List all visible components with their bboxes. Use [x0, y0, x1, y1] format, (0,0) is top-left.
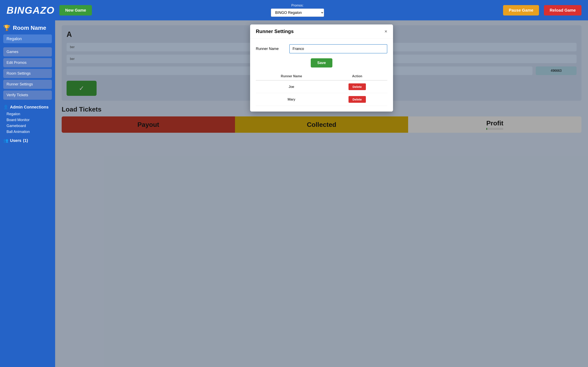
admin-link-board-monitor[interactable]: Board Monitor — [7, 118, 52, 122]
users-header: 👥 Users (1) — [3, 138, 52, 143]
delete-button[interactable]: Delete — [348, 96, 366, 103]
users-count: (1) — [23, 138, 28, 143]
runner-name-cell: Mary — [256, 93, 327, 106]
users-section: 👥 Users (1) — [3, 138, 52, 143]
pause-game-button[interactable]: Pause Game — [503, 5, 539, 16]
trophy-icon: 🏆 — [3, 25, 10, 31]
runner-table: Runner Name Action Joe Delete Mary Delet… — [256, 72, 387, 106]
modal-close-button[interactable]: × — [384, 29, 387, 34]
runner-name-label: Runner Name — [256, 47, 285, 51]
promos-select[interactable]: BINGO Regalon — [271, 8, 324, 17]
reload-game-button[interactable]: Reload Game — [544, 5, 581, 16]
delete-button[interactable]: Delete — [348, 83, 366, 90]
verify-tickets-button[interactable]: Verify Tickets — [3, 91, 52, 100]
admin-link-regalon[interactable]: Regalon — [7, 112, 52, 116]
modal-overlay: Runner Settings × Runner Name Save Runne… — [55, 20, 588, 367]
admin-connections-label: Admin Connections — [10, 105, 49, 109]
users-label: Users — [10, 138, 21, 143]
edit-promos-button[interactable]: Edit Promos — [3, 58, 52, 67]
room-settings-button[interactable]: Room Settings — [3, 69, 52, 78]
table-row: Joe Delete — [256, 80, 387, 93]
runner-name-cell: Joe — [256, 80, 327, 93]
person-icon: 👤 — [3, 105, 8, 109]
admin-link-ball-animation[interactable]: Ball Animation — [7, 130, 52, 134]
admin-links: Regalon Board Monitor Gameboard Ball Ani… — [3, 112, 52, 134]
new-game-button[interactable]: New Game — [60, 5, 92, 16]
admin-connections-header: 👤 Admin Connections — [3, 105, 52, 109]
promos-label: Promos: — [291, 4, 303, 7]
modal-title: Runner Settings — [256, 29, 294, 34]
app-logo: BINGAZO — [7, 5, 54, 16]
games-button[interactable]: Games — [3, 47, 52, 57]
runner-name-input[interactable] — [289, 44, 387, 53]
save-button[interactable]: Save — [311, 58, 332, 67]
room-tag: Regalon — [3, 34, 52, 43]
col-runner-name: Runner Name — [256, 72, 327, 80]
users-icon: 👥 — [3, 138, 8, 143]
runner-action-cell: Delete — [327, 80, 387, 93]
content-area: A ber ber 496663 ✓ — [55, 20, 588, 367]
col-action: Action — [327, 72, 387, 80]
modal-header: Runner Settings × — [250, 25, 393, 39]
runner-settings-button[interactable]: Runner Settings — [3, 80, 52, 89]
promos-section: Promos: BINGO Regalon — [97, 4, 498, 17]
runner-action-cell: Delete — [327, 93, 387, 106]
main-layout: 🏆 Room Name Regalon Games Edit Promos Ro… — [0, 20, 588, 367]
top-nav: BINGAZO New Game Promos: BINGO Regalon P… — [0, 0, 588, 20]
admin-connections-section: 👤 Admin Connections Regalon Board Monito… — [3, 105, 52, 134]
runner-settings-modal: Runner Settings × Runner Name Save Runne… — [250, 25, 393, 111]
modal-body: Runner Name Save Runner Name Action — [250, 39, 393, 111]
runner-name-form-row: Runner Name — [256, 44, 387, 53]
room-name-section: 🏆 Room Name — [3, 25, 52, 31]
admin-link-gameboard[interactable]: Gameboard — [7, 124, 52, 128]
table-row: Mary Delete — [256, 93, 387, 106]
sidebar: 🏆 Room Name Regalon Games Edit Promos Ro… — [0, 20, 55, 367]
room-name-label: Room Name — [13, 25, 46, 31]
